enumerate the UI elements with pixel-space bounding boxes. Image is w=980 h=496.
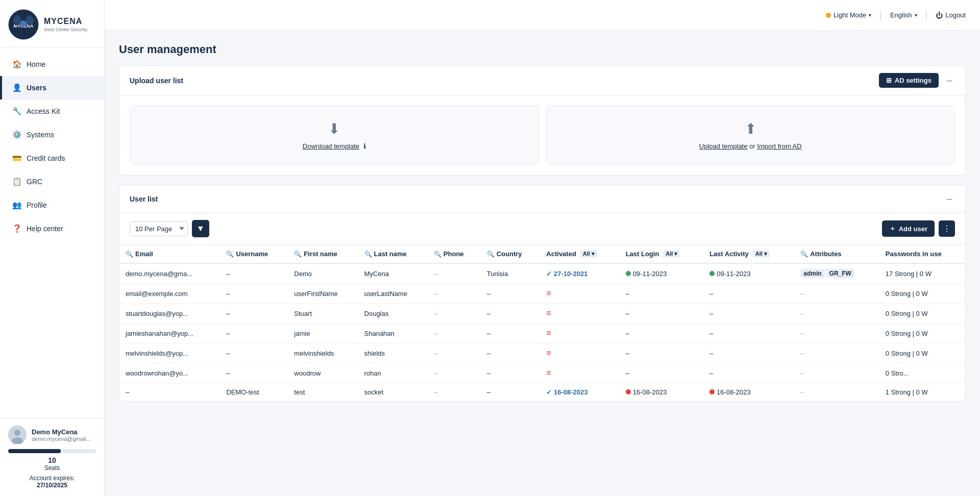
ad-settings-label: AD settings (895, 77, 932, 84)
table-row[interactable]: jamieshanahan@yop... – jamie Shanahan – … (119, 324, 965, 343)
user-list-collapse-button[interactable]: – (944, 192, 955, 205)
light-mode-chevron: ▾ (869, 12, 871, 18)
last-login-filter-badge[interactable]: All ▾ (663, 250, 680, 258)
attr-dash: – (800, 310, 804, 317)
phone-search-icon[interactable]: 🔍 (434, 251, 442, 258)
firstname-search-icon[interactable]: 🔍 (294, 251, 302, 258)
download-template-link[interactable]: Download template (303, 142, 359, 150)
attr-dash: – (800, 290, 804, 297)
col-last-name: 🔍 Last name (358, 245, 428, 263)
topbar: Light Mode ▾ | English ▾ | ⏻ Logout (105, 0, 980, 31)
sidebar-item-label-home: Home (27, 60, 45, 68)
sidebar-item-profile[interactable]: 👥 Profile (0, 193, 104, 217)
cell-passwords: 0 Strong | 0 W (879, 284, 965, 304)
sidebar-item-icon-systems: ⚙️ (12, 130, 21, 139)
sidebar-item-label-users: Users (27, 84, 46, 92)
col-first-name: 🔍 First name (288, 245, 358, 263)
filter-button[interactable]: ▼ (192, 220, 209, 237)
language-chevron: ▾ (915, 12, 917, 18)
cell-last-login: – (620, 324, 703, 343)
user-details: Demo MyCena demo.mycena@gmail... (32, 428, 91, 442)
activated-filter-badge[interactable]: All ▾ (580, 250, 597, 258)
logout-button[interactable]: ⏻ Logout (936, 11, 966, 19)
ad-settings-button[interactable]: ⊞ AD settings (879, 73, 939, 88)
table-row[interactable]: – DEMO-test test socket – – ✓ 16-08-2023… (119, 383, 965, 402)
table-row[interactable]: woodrowrohan@yo... – woodrow rohan – – ≡… (119, 363, 965, 383)
upload-template-panel[interactable]: ⬆ Upload template or Import from AD (546, 106, 955, 165)
table-row[interactable]: stuartdouglas@yop... – Stuart Douglas – … (119, 304, 965, 324)
cell-last-name: socket (358, 383, 428, 402)
cell-attributes: adminGR_FW (794, 263, 879, 284)
cell-activated: ≡ (540, 304, 619, 324)
sidebar-item-help-center[interactable]: ❓ Help center (0, 217, 104, 240)
download-info-icon: ℹ (363, 142, 366, 150)
seats-progress-bar (8, 449, 96, 453)
cell-phone: – (428, 343, 481, 363)
add-user-button[interactable]: ＋ Add user (882, 220, 935, 237)
sidebar-item-grc[interactable]: 📋 GRC (0, 170, 104, 193)
more-options-icon: ⋮ (943, 224, 951, 234)
cell-last-name: shields (358, 343, 428, 363)
user-table-wrap: 🔍 Email 🔍 Username (119, 245, 965, 401)
cell-last-activity: – (703, 343, 794, 363)
cell-first-name: jamie (288, 324, 358, 343)
lastname-search-icon[interactable]: 🔍 (364, 251, 372, 258)
cell-country: – (481, 383, 541, 402)
sidebar-item-systems[interactable]: ⚙️ Systems (0, 123, 104, 146)
cell-email: stuartdouglas@yop... (119, 304, 220, 324)
cell-last-login: 09-11-2023 (620, 263, 703, 284)
cell-last-activity: – (703, 284, 794, 304)
cell-last-activity: 09-11-2023 (703, 263, 794, 284)
last-activity-filter-badge[interactable]: All ▾ (753, 250, 770, 258)
col-phone: 🔍 Phone (428, 245, 481, 263)
topbar-separator-2: | (925, 10, 928, 20)
sidebar-item-label-help-center: Help center (27, 225, 63, 233)
light-mode-toggle[interactable]: Light Mode ▾ (826, 11, 871, 19)
username-search-icon[interactable]: 🔍 (226, 251, 234, 258)
sidebar-item-credit-cards[interactable]: 💳 Credit cards (0, 146, 104, 170)
table-header-row: 🔍 Email 🔍 Username (119, 245, 965, 263)
upload-collapse-button[interactable]: – (944, 74, 955, 87)
upload-or-text: or (749, 142, 757, 150)
logo-text: MYCENA Desk Center Security (44, 16, 87, 33)
email-search-icon[interactable]: 🔍 (126, 251, 133, 258)
sidebar-item-users[interactable]: 👤 Users (0, 76, 104, 100)
sidebar-item-label-profile: Profile (27, 201, 47, 209)
upload-section-header: Upload user list ⊞ AD settings – (119, 66, 965, 95)
attr-dash: – (800, 350, 804, 357)
sidebar-item-access-kit[interactable]: 🔧 Access Kit (0, 100, 104, 123)
cell-phone: – (428, 263, 481, 284)
more-options-button[interactable]: ⋮ (939, 220, 955, 237)
cell-first-name: test (288, 383, 358, 402)
cell-last-login: – (620, 363, 703, 383)
upload-template-link[interactable]: Upload template (699, 142, 748, 150)
cell-email: jamieshanahan@yop... (119, 324, 220, 343)
cell-country: – (481, 363, 541, 383)
cell-country: – (481, 284, 541, 304)
import-from-ad-link[interactable]: Import from AD (757, 142, 801, 150)
user-list-controls: 10 Per Page 25 Per Page 50 Per Page 100 … (119, 213, 965, 245)
sidebar: MYCENA MYCENA Desk Center Security 🏠 Hom… (0, 0, 105, 496)
upload-panels: ⬇ Download template ℹ ⬆ Upload template … (119, 95, 965, 175)
activated-red-lines: ≡ (546, 368, 551, 377)
sidebar-item-label-credit-cards: Credit cards (27, 154, 65, 162)
cell-first-name: userFirstName (288, 284, 358, 304)
attributes-search-icon[interactable]: 🔍 (800, 251, 808, 258)
download-template-panel[interactable]: ⬇ Download template ℹ (130, 106, 539, 165)
user-name: Demo MyCena (32, 428, 91, 436)
table-row[interactable]: email@exemple.com – userFirstName userLa… (119, 284, 965, 304)
sidebar-item-home[interactable]: 🏠 Home (0, 53, 104, 76)
language-selector[interactable]: English ▾ (890, 11, 917, 19)
sidebar-item-label-grc: GRC (27, 178, 42, 186)
cell-last-name: userLastName (358, 284, 428, 304)
country-search-icon[interactable]: 🔍 (487, 251, 495, 258)
sidebar-item-label-systems: Systems (27, 131, 54, 139)
table-row[interactable]: melvinshields@yop... – melvinshields shi… (119, 343, 965, 363)
cell-last-name: Shanahan (358, 324, 428, 343)
cell-activated: ✓ 27-10-2021 (540, 263, 619, 284)
table-row[interactable]: demo.mycena@gma... – Demo MyCena – Tunis… (119, 263, 965, 284)
cell-last-name: MyCena (358, 263, 428, 284)
user-table-body: demo.mycena@gma... – Demo MyCena – Tunis… (119, 263, 965, 401)
per-page-select[interactable]: 10 Per Page 25 Per Page 50 Per Page 100 … (130, 221, 188, 236)
cell-attributes: – (794, 383, 879, 402)
